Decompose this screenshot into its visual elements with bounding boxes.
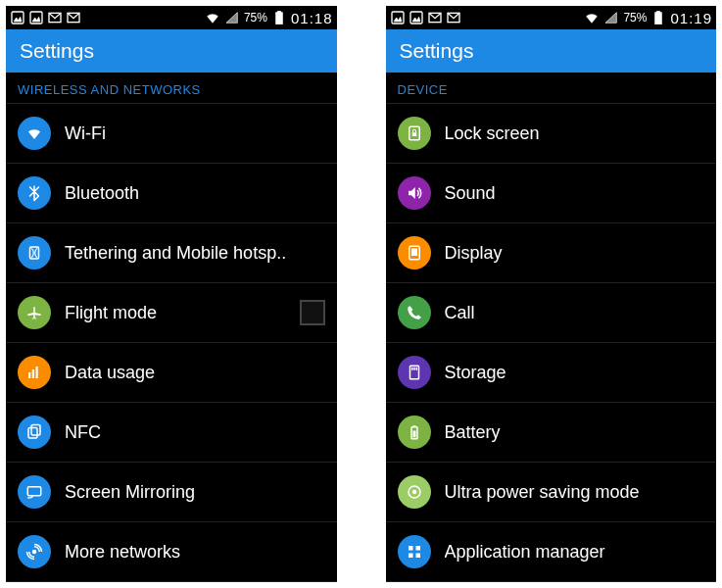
mail-icon [47, 10, 63, 25]
lock-screen-icon [398, 117, 431, 150]
settings-item-apps[interactable]: Application manager [386, 522, 717, 582]
data-usage-icon [18, 356, 51, 389]
settings-item-label: Sound [445, 183, 705, 204]
settings-item-power-saving[interactable]: Ultra power saving mode [386, 463, 717, 522]
status-bar: 75% 01:18 [6, 6, 337, 29]
sound-icon [398, 176, 431, 210]
app-title: Settings [400, 39, 474, 63]
settings-item-lock-screen[interactable]: Lock screen [386, 104, 717, 164]
settings-item-label: Call [445, 303, 705, 323]
more-networks-icon [18, 535, 51, 568]
apps-icon [398, 535, 431, 568]
app-bar: Settings [386, 29, 717, 73]
settings-item-wifi[interactable]: Wi-Fi [6, 104, 337, 164]
app-bar: Settings [6, 29, 337, 73]
battery-percent: 75% [244, 11, 267, 24]
signal-icon [224, 10, 240, 25]
settings-item-label: Flight mode [65, 303, 286, 323]
settings-item-label: Screen Mirroring [65, 482, 325, 503]
clock: 01:18 [291, 10, 333, 26]
wifi-status-icon [584, 10, 600, 25]
section-header: DEVICE [386, 73, 717, 104]
battery-icon [650, 10, 666, 25]
display-icon [398, 236, 431, 270]
screen-mirroring-icon [18, 475, 51, 509]
settings-item-hotspot[interactable]: Tethering and Mobile hotsp.. [6, 223, 337, 283]
settings-item-call[interactable]: Call [386, 283, 717, 343]
picture-icon [10, 10, 25, 25]
storage-icon [398, 356, 431, 389]
settings-item-nfc[interactable]: NFC [6, 403, 337, 463]
airplane-icon [18, 296, 51, 329]
settings-item-data-usage[interactable]: Data usage [6, 343, 337, 403]
toggle[interactable] [300, 300, 325, 325]
settings-item-screen-mirroring[interactable]: Screen Mirroring [6, 463, 337, 522]
picture-icon [409, 10, 424, 25]
wifi-icon [18, 117, 51, 150]
settings-item-label: Battery [445, 422, 705, 443]
settings-item-label: Tethering and Mobile hotsp.. [65, 243, 325, 264]
power-saving-icon [398, 475, 431, 509]
mail-icon [427, 10, 443, 25]
nfc-icon [18, 416, 51, 449]
doc-icon [446, 10, 461, 25]
settings-item-label: Storage [445, 363, 705, 383]
settings-item-label: Display [445, 243, 705, 264]
settings-item-storage[interactable]: Storage [386, 343, 717, 403]
phone-left: 75% 01:18 Settings WIRELESS AND NETWORKS… [6, 6, 337, 582]
settings-item-sound[interactable]: Sound [386, 164, 717, 223]
settings-item-display[interactable]: Display [386, 223, 717, 283]
call-icon [398, 296, 431, 329]
picture-icon [28, 10, 44, 25]
settings-item-bluetooth[interactable]: Bluetooth [6, 164, 337, 223]
settings-item-label: Ultra power saving mode [445, 482, 705, 503]
settings-item-label: Lock screen [445, 123, 705, 144]
section-header: WIRELESS AND NETWORKS [6, 73, 337, 104]
battery-icon [271, 10, 287, 25]
settings-list-right: Lock screenSoundDisplayCallStorageBatter… [386, 104, 717, 582]
wifi-status-icon [205, 10, 220, 25]
settings-list-left: Wi-FiBluetoothTethering and Mobile hotsp… [6, 104, 337, 582]
settings-item-label: NFC [65, 422, 325, 443]
settings-item-more-networks[interactable]: More networks [6, 522, 337, 582]
hotspot-icon [18, 236, 51, 270]
settings-item-battery[interactable]: Battery [386, 403, 717, 463]
battery-icon [398, 416, 431, 449]
bluetooth-icon [18, 176, 51, 210]
settings-item-airplane[interactable]: Flight mode [6, 283, 337, 343]
clock: 01:19 [670, 10, 712, 26]
status-bar: 75% 01:19 [386, 6, 717, 29]
app-title: Settings [20, 39, 94, 63]
phone-right: 75% 01:19 Settings DEVICE Lock screenSou… [386, 6, 717, 582]
doc-icon [66, 10, 81, 25]
settings-item-label: More networks [65, 542, 325, 563]
settings-item-label: Wi-Fi [65, 123, 325, 144]
signal-icon [603, 10, 619, 25]
settings-item-label: Bluetooth [65, 183, 325, 204]
picture-icon [390, 10, 406, 25]
settings-item-label: Application manager [445, 542, 705, 563]
battery-percent: 75% [623, 11, 647, 24]
settings-item-label: Data usage [65, 363, 325, 383]
